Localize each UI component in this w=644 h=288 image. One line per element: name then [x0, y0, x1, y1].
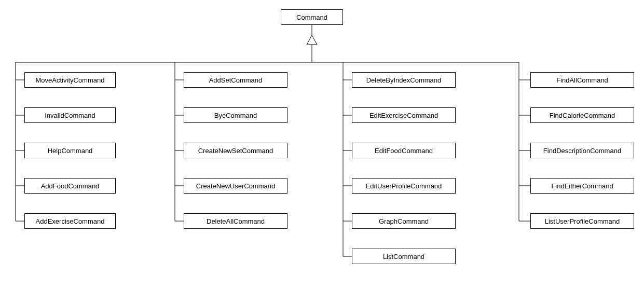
class-label: CreateNewUserCommand — [196, 182, 275, 190]
class-box: AddExerciseCommand — [24, 213, 116, 229]
class-box: EditUserProfileCommand — [352, 178, 456, 194]
class-label: EditUserProfileCommand — [366, 182, 442, 190]
class-box: CreateNewSetCommand — [184, 143, 287, 158]
svg-marker-1 — [307, 35, 317, 45]
class-label: InvalidCommand — [45, 112, 95, 119]
class-label: FindDescriptionCommand — [543, 147, 621, 155]
class-label: Command — [296, 13, 327, 21]
class-label: AddExerciseCommand — [36, 217, 105, 225]
class-label: FindEitherCommand — [551, 182, 613, 190]
class-box: ListCommand — [352, 249, 456, 264]
class-label: FindAllCommand — [556, 76, 608, 84]
class-box: FindEitherCommand — [530, 178, 634, 194]
class-box: MoveActivityCommand — [24, 72, 116, 88]
class-box: FindCalorieCommand — [530, 107, 634, 123]
class-label: GraphCommand — [379, 217, 429, 225]
class-box: DeleteAllCommand — [184, 213, 287, 229]
class-box: EditExerciseCommand — [352, 107, 456, 123]
class-box: EditFoodCommand — [352, 143, 456, 158]
class-box: HelpCommand — [24, 143, 116, 158]
class-label: ListCommand — [383, 253, 424, 260]
class-label: CreateNewSetCommand — [198, 147, 273, 155]
class-box: InvalidCommand — [24, 107, 116, 123]
class-label: DeleteAllCommand — [207, 217, 265, 225]
class-label: EditExerciseCommand — [369, 112, 438, 119]
class-label: FindCalorieCommand — [550, 112, 615, 119]
class-box: CreateNewUserCommand — [184, 178, 287, 194]
class-label: ListUserProfileCommand — [545, 217, 620, 225]
class-box: ByeCommand — [184, 107, 287, 123]
class-label: HelpCommand — [48, 147, 93, 155]
class-box: ListUserProfileCommand — [530, 213, 634, 229]
class-box: FindDescriptionCommand — [530, 143, 634, 158]
class-label: AddSetCommand — [209, 76, 263, 84]
class-box-root: Command — [281, 9, 343, 25]
class-label: DeleteByIndexCommand — [366, 76, 442, 84]
class-box: DeleteByIndexCommand — [352, 72, 456, 88]
class-label: EditFoodCommand — [375, 147, 433, 155]
class-label: MoveActivityCommand — [36, 76, 105, 84]
class-box: GraphCommand — [352, 213, 456, 229]
class-label: ByeCommand — [214, 112, 257, 119]
class-label: AddFoodCommand — [41, 182, 100, 190]
class-box: AddFoodCommand — [24, 178, 116, 194]
class-box: AddSetCommand — [184, 72, 287, 88]
class-box: FindAllCommand — [530, 72, 634, 88]
